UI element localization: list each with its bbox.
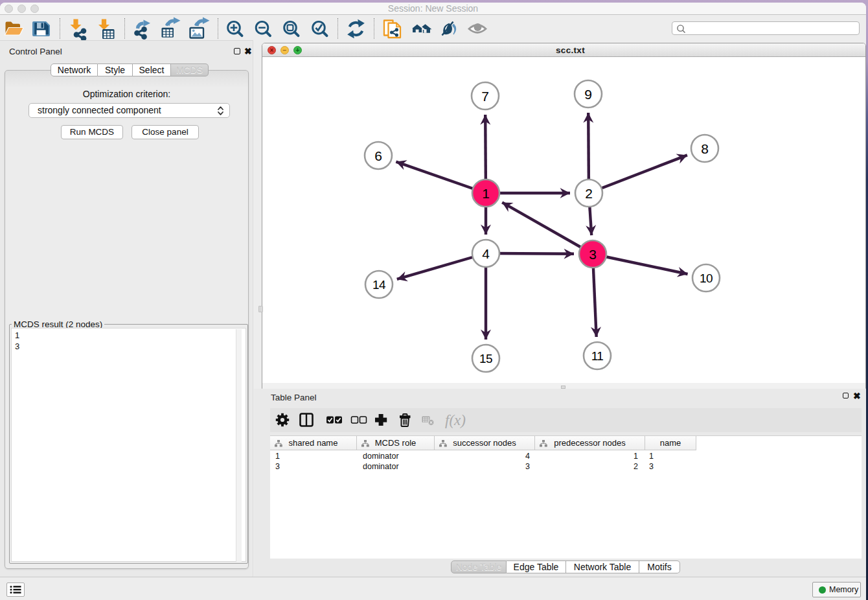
svg-text:1: 1 (482, 186, 490, 201)
svg-text:7: 7 (481, 89, 489, 104)
svg-text:15: 15 (479, 352, 492, 365)
svg-text:f(x): f(x) (445, 412, 466, 428)
svg-text:2: 2 (585, 186, 593, 201)
svg-text:3: 3 (589, 247, 597, 262)
svg-text:8: 8 (701, 141, 709, 156)
svg-text:14: 14 (372, 278, 386, 292)
svg-text:6: 6 (374, 148, 382, 163)
svg-text:11: 11 (591, 349, 604, 363)
svg-text:10: 10 (700, 271, 713, 285)
svg-text:9: 9 (584, 87, 592, 102)
svg-text:4: 4 (482, 246, 490, 261)
